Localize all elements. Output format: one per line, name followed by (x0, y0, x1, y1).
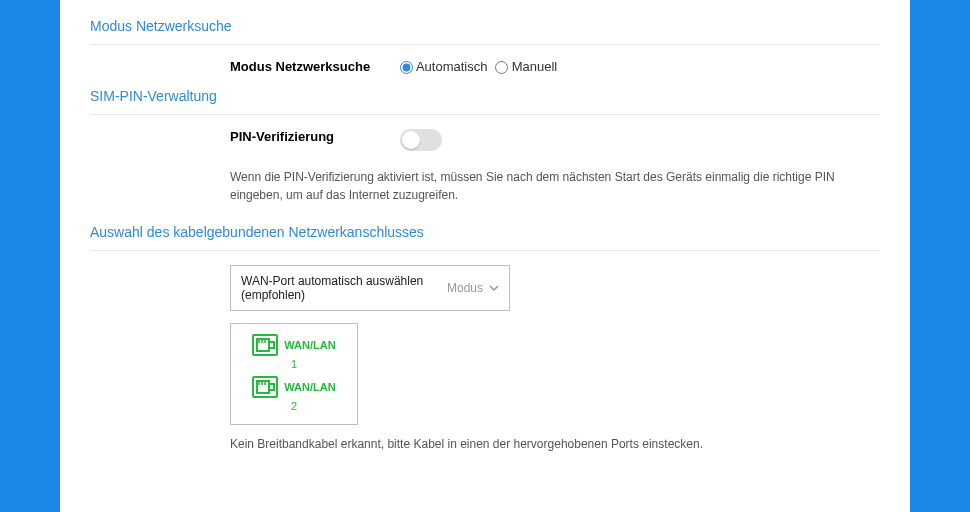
port-1-label: WAN/LAN (284, 339, 335, 351)
port-1-num: 1 (291, 358, 297, 370)
divider (90, 44, 880, 45)
network-mode-row: Modus Netzwerksuche Automatisch Manuell (90, 59, 880, 74)
no-cable-message: Kein Breitbandkabel erkannt, bitte Kabel… (230, 437, 880, 451)
wan-port-mode-label: Modus (447, 281, 483, 295)
section-title-network: Modus Netzwerksuche (90, 18, 880, 34)
radio-manual-wrapper[interactable]: Manuell (495, 59, 557, 74)
port-1[interactable]: WAN/LAN 1 (239, 334, 349, 370)
pin-toggle[interactable] (400, 129, 442, 151)
radio-auto-label: Automatisch (416, 59, 488, 74)
svg-rect-8 (269, 384, 274, 390)
port-card: WAN/LAN 1 WAN/LAN 2 (230, 323, 358, 425)
wan-port-mode: Modus (447, 281, 499, 295)
pin-label: PIN-Verifizierung (90, 129, 400, 144)
divider (90, 250, 880, 251)
port-2[interactable]: WAN/LAN 2 (239, 376, 349, 412)
radio-auto[interactable] (400, 61, 413, 74)
wan-port-select[interactable]: WAN-Port automatisch auswählen (empfohle… (230, 265, 510, 311)
svg-rect-2 (269, 342, 274, 348)
pin-row: PIN-Verifizierung (90, 129, 880, 154)
ethernet-port-icon (252, 334, 278, 356)
settings-panel: Modus Netzwerksuche Modus Netzwerksuche … (60, 0, 910, 512)
radio-auto-wrapper[interactable]: Automatisch (400, 59, 491, 74)
ethernet-port-icon (252, 376, 278, 398)
wan-port-select-label: WAN-Port automatisch auswählen (empfohle… (241, 274, 447, 302)
section-title-simpin: SIM-PIN-Verwaltung (90, 88, 880, 104)
divider (90, 114, 880, 115)
pin-hint: Wenn die PIN-Verifizierung aktiviert ist… (230, 168, 880, 204)
radio-manual[interactable] (495, 61, 508, 74)
port-2-num: 2 (291, 400, 297, 412)
toggle-knob (402, 131, 420, 149)
network-mode-radiogroup: Automatisch Manuell (400, 59, 880, 74)
section-title-wiredport: Auswahl des kabelgebundenen Netzwerkansc… (90, 224, 880, 240)
chevron-down-icon (489, 283, 499, 293)
network-mode-label: Modus Netzwerksuche (90, 59, 400, 74)
radio-manual-label: Manuell (512, 59, 558, 74)
port-2-label: WAN/LAN (284, 381, 335, 393)
